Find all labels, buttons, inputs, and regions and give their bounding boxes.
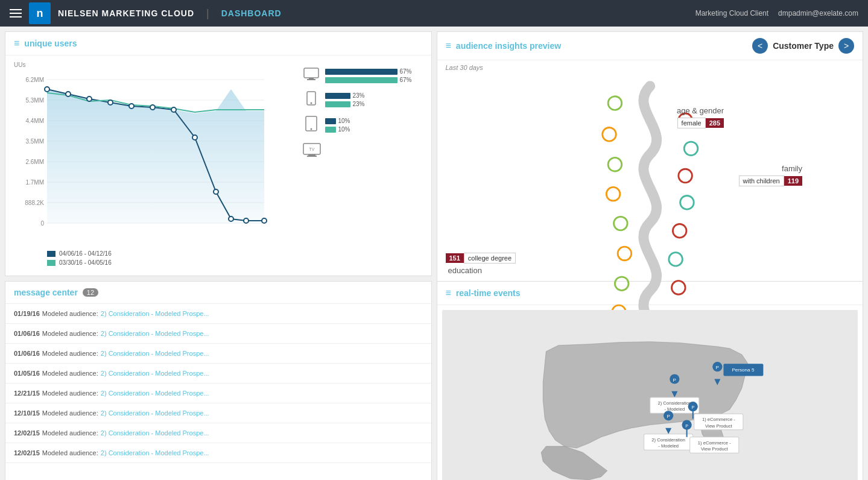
legend-box-teal <box>47 260 55 266</box>
svg-point-53 <box>671 281 685 295</box>
message-item[interactable]: 12/02/15 Modeled audience: 2) Considerat… <box>5 443 431 463</box>
mobile-bar2 <box>325 101 350 107</box>
tablet-pct2: 10% <box>338 126 350 133</box>
legend-label-teal: 03/30/16 - 04/05/16 <box>59 259 112 266</box>
message-item[interactable]: 12/21/15 Modeled audience: 2) Considerat… <box>5 384 431 403</box>
message-link-6[interactable]: 2) Consideration - Modeled Prospe... <box>101 429 209 437</box>
age-gender-tag: female 285 <box>677 118 724 128</box>
svg-rect-29 <box>304 68 318 78</box>
education-count: 151 <box>446 253 464 263</box>
svg-text:5.3MM: 5.3MM <box>25 97 44 104</box>
desktop-icon <box>302 68 320 84</box>
svg-text:P: P <box>685 423 688 428</box>
message-label-6: Modeled audience: <box>42 429 98 437</box>
message-link-5[interactable]: 2) Consideration - Modeled Prospe... <box>101 409 209 417</box>
svg-text:P: P <box>667 414 670 419</box>
unique-users-icon: ≡ <box>14 38 19 49</box>
y-units: UUs <box>14 62 25 68</box>
tv-icon: TV <box>302 142 320 160</box>
svg-point-24 <box>192 135 197 140</box>
message-link-1[interactable]: 2) Consideration - Modeled Prospe... <box>101 330 209 337</box>
unique-users-body: UUs 6.2MM 5.3MM 4.4MM 3.5MM 2.6MM 1.7MM … <box>5 55 431 272</box>
svg-text:TV: TV <box>309 147 314 151</box>
svg-rect-37 <box>308 154 315 156</box>
message-label-5: Modeled audience: <box>42 409 98 417</box>
svg-point-33 <box>310 103 312 104</box>
message-link-3[interactable]: 2) Consideration - Modeled Prospe... <box>101 370 209 377</box>
message-link-4[interactable]: 2) Consideration - Modeled Prospe... <box>101 390 209 397</box>
mobile-bar1 <box>325 93 350 99</box>
family-label: family <box>739 164 803 173</box>
line-chart: 6.2MM 5.3MM 4.4MM 3.5MM 2.6MM 1.7MM 888.… <box>14 71 267 246</box>
age-gender-label: age & gender <box>677 106 724 115</box>
svg-point-51 <box>668 253 682 267</box>
svg-point-47 <box>680 195 694 209</box>
unique-users-panel: ≡ unique users UUs 6.2MM 5.3MM 4.4MM 3.5… <box>5 31 432 276</box>
message-badge: 12 <box>83 288 98 297</box>
message-item[interactable]: 12/10/15 Modeled audience: 2) Considerat… <box>5 403 431 423</box>
family-tag: with children 119 <box>739 175 803 186</box>
hamburger-menu[interactable] <box>10 9 22 17</box>
message-date-4: 12/21/15 <box>14 390 40 397</box>
svg-point-52 <box>615 277 629 291</box>
family-count: 119 <box>784 176 802 186</box>
tablet-bar2 <box>325 127 336 133</box>
svg-point-40 <box>608 96 622 110</box>
message-date-3: 01/05/16 <box>14 370 40 377</box>
header-left: n NIELSEN MARKETING CLOUD | DASHBOARD <box>10 2 282 24</box>
svg-point-50 <box>618 247 632 261</box>
svg-rect-30 <box>309 78 314 79</box>
mobile-pct1: 23% <box>353 92 365 99</box>
message-link-7[interactable]: 2) Consideration - Modeled Prospe... <box>101 449 209 456</box>
message-list: 01/19/16 Modeled audience: 2) Considerat… <box>5 304 431 463</box>
nav-prev-button[interactable]: < <box>752 38 768 54</box>
svg-text:2.6MM: 2.6MM <box>25 159 44 165</box>
audience-subtitle: Last 30 days <box>437 60 863 75</box>
message-item[interactable]: 01/06/16 Modeled audience: 2) Considerat… <box>5 324 431 344</box>
svg-point-27 <box>244 218 249 223</box>
message-item[interactable]: 01/19/16 Modeled audience: 2) Considerat… <box>5 304 431 324</box>
svg-text:P: P <box>691 405 694 410</box>
message-date-7: 12/02/15 <box>14 449 40 456</box>
message-date-0: 01/19/16 <box>14 310 40 317</box>
desktop-bars: 67% 67% <box>325 68 423 83</box>
header: n NIELSEN MARKETING CLOUD | DASHBOARD Ma… <box>0 0 868 27</box>
header-divider: | <box>206 7 209 20</box>
tablet-icon <box>302 116 320 134</box>
device-stats: 67% 67% <box>302 62 423 266</box>
message-item[interactable]: 01/05/16 Modeled audience: 2) Considerat… <box>5 364 431 384</box>
message-center-title: message center <box>14 288 78 297</box>
age-gender-count: 285 <box>706 118 724 128</box>
svg-text:0: 0 <box>40 220 44 227</box>
audience-title: audience insights preview <box>456 41 561 51</box>
svg-point-21 <box>129 104 134 109</box>
message-item[interactable]: 12/02/15 Modeled audience: 2) Considerat… <box>5 423 431 443</box>
svg-point-17 <box>45 87 49 92</box>
device-mobile: 23% 23% <box>302 91 423 109</box>
svg-text:View Product: View Product <box>705 423 732 428</box>
svg-text:- Modeled: - Modeled <box>658 443 679 449</box>
svg-text:1.7MM: 1.7MM <box>25 179 44 186</box>
message-link-0[interactable]: 2) Consideration - Modeled Prospe... <box>101 310 209 317</box>
mobile-icon <box>302 91 320 109</box>
svg-text:P: P <box>715 365 718 370</box>
audience-header: ≡ audience insights preview < Customer T… <box>437 32 863 60</box>
message-label-1: Modeled audience: <box>42 330 98 337</box>
education-section: 151 college degree education <box>446 253 516 275</box>
education-tag: 151 college degree <box>446 253 516 264</box>
svg-text:1) eCommerce -: 1) eCommerce - <box>702 417 735 422</box>
audience-nav: < Customer Type > <box>752 38 854 54</box>
svg-point-45 <box>678 169 692 183</box>
legend-item-teal: 03/30/16 - 04/05/16 <box>47 259 290 266</box>
svg-text:3.5MM: 3.5MM <box>25 138 44 145</box>
nav-next-button[interactable]: > <box>838 38 854 54</box>
message-item[interactable]: 01/06/16 Modeled audience: 2) Considerat… <box>5 344 431 364</box>
legend-item-dark: 04/06/16 - 04/12/16 <box>47 250 290 257</box>
svg-point-44 <box>608 157 622 171</box>
svg-text:888.2K: 888.2K <box>25 200 44 206</box>
message-link-2[interactable]: 2) Consideration - Modeled Prospe... <box>101 350 209 357</box>
unique-users-header: ≡ unique users <box>5 32 431 55</box>
device-desktop: 67% 67% <box>302 68 423 84</box>
age-gender-tag-text: female <box>677 118 706 128</box>
desktop-pct1: 67% <box>400 68 412 75</box>
